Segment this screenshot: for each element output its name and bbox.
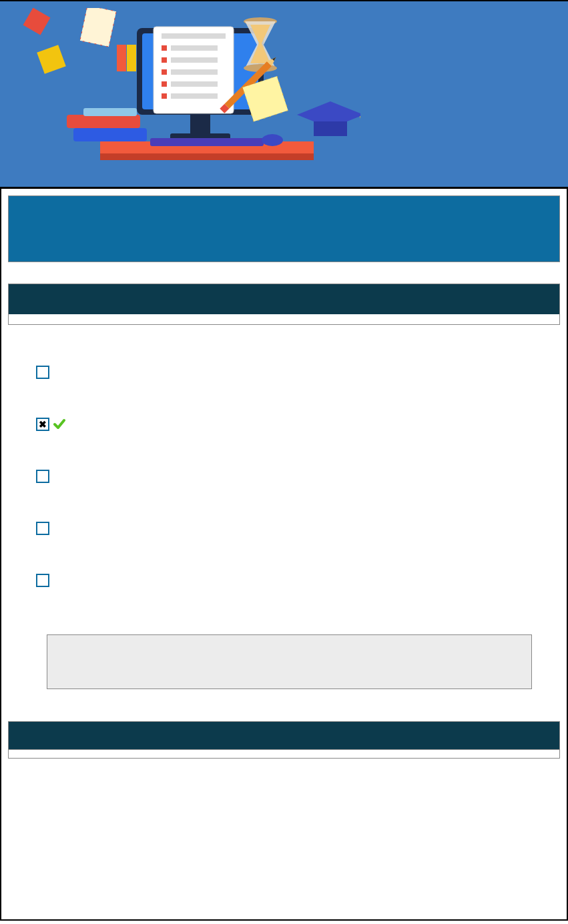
svg-point-38 — [262, 134, 283, 146]
checkbox-icon[interactable] — [36, 470, 49, 483]
exam-illustration — [20, 8, 360, 181]
svg-rect-20 — [171, 93, 218, 99]
checkbox-icon[interactable] — [36, 522, 49, 535]
svg-rect-7 — [190, 115, 210, 135]
svg-rect-13 — [162, 69, 167, 75]
question-1-options — [8, 365, 560, 588]
svg-rect-16 — [171, 45, 218, 51]
svg-rect-11 — [162, 45, 167, 51]
option-row[interactable] — [36, 417, 560, 432]
header-banner — [0, 0, 568, 187]
svg-rect-21 — [150, 138, 264, 146]
question-1-body — [8, 314, 560, 325]
checkbox-icon[interactable] — [36, 366, 49, 379]
svg-rect-12 — [162, 57, 167, 63]
option-row[interactable] — [36, 573, 560, 588]
svg-rect-15 — [162, 93, 167, 99]
content-area — [0, 187, 568, 921]
svg-rect-19 — [171, 81, 218, 87]
option-row[interactable] — [36, 365, 560, 380]
svg-rect-18 — [171, 69, 218, 75]
question-2-body — [8, 749, 560, 759]
svg-rect-1 — [100, 153, 314, 160]
svg-rect-29 — [314, 121, 347, 136]
svg-rect-10 — [162, 33, 226, 39]
option-row[interactable] — [36, 521, 560, 536]
spacer — [8, 759, 560, 852]
option-row[interactable] — [36, 469, 560, 484]
checkbox-checked-icon[interactable] — [36, 418, 49, 431]
answer-explanation-box — [47, 634, 532, 689]
svg-rect-17 — [171, 57, 218, 63]
svg-rect-37 — [127, 45, 136, 71]
svg-rect-3 — [67, 115, 140, 128]
svg-rect-33 — [80, 8, 116, 47]
svg-rect-34 — [23, 8, 51, 35]
checkbox-icon[interactable] — [36, 574, 49, 587]
title-box — [8, 195, 560, 262]
svg-rect-32 — [37, 45, 66, 74]
svg-rect-2 — [73, 128, 147, 141]
correct-tick-icon — [53, 418, 65, 430]
question-2-header — [8, 721, 560, 749]
question-1-header — [8, 284, 560, 314]
svg-rect-14 — [162, 81, 167, 87]
svg-rect-4 — [83, 108, 137, 116]
svg-rect-36 — [117, 45, 126, 71]
